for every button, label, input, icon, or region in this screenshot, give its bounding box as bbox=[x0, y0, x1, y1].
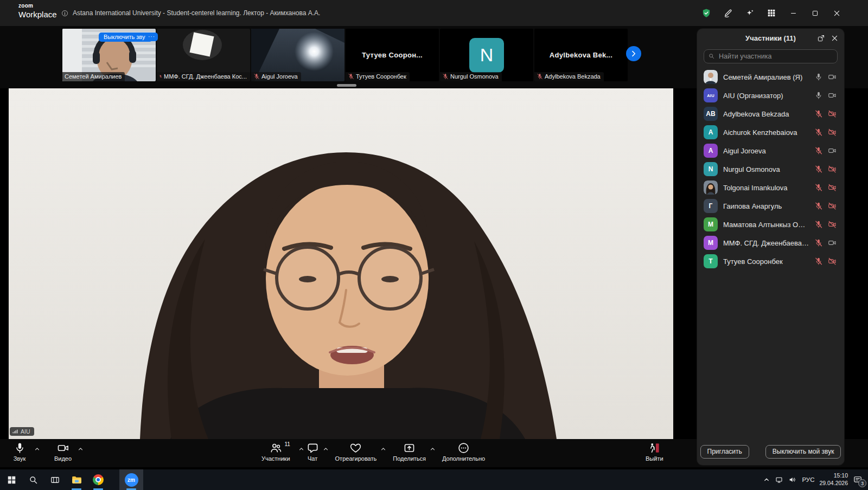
close-icon[interactable] bbox=[831, 34, 839, 42]
participant-row[interactable]: ГГаипова Анаргуль bbox=[697, 197, 844, 215]
annotate-pencil-icon[interactable] bbox=[717, 0, 739, 26]
participants-button[interactable]: 11 Участники bbox=[261, 442, 290, 462]
zoom-app-icon: zm bbox=[125, 473, 138, 487]
leave-button[interactable]: Выйти bbox=[646, 442, 663, 462]
language-indicator[interactable]: РУС bbox=[802, 476, 814, 483]
camera-on-icon bbox=[828, 238, 837, 247]
camera-off-icon bbox=[828, 220, 837, 229]
camera-on-icon bbox=[828, 91, 837, 100]
popout-icon[interactable] bbox=[817, 34, 825, 42]
tile-name-label: Aigul Joroeva bbox=[251, 72, 301, 81]
mic-muted-icon bbox=[348, 73, 354, 80]
chat-button[interactable]: Чат bbox=[307, 442, 319, 462]
tile-avatar: N bbox=[469, 38, 504, 73]
search-participant-input[interactable] bbox=[704, 49, 838, 63]
participant-row[interactable]: Tolgonai Imankulova bbox=[697, 178, 844, 197]
camera-icon bbox=[57, 442, 69, 454]
file-explorer-button[interactable] bbox=[69, 469, 84, 490]
audio-options-caret-icon[interactable] bbox=[34, 446, 40, 452]
signal-bars-icon bbox=[12, 428, 18, 435]
react-caret-icon[interactable] bbox=[380, 446, 386, 452]
speaker-video-frame bbox=[9, 88, 673, 439]
meeting-title: Astana International University - Studen… bbox=[73, 9, 320, 17]
participant-row[interactable]: AAichurok Kenzhebaiova bbox=[697, 123, 844, 141]
search-icon bbox=[708, 53, 715, 60]
chrome-button[interactable] bbox=[91, 469, 105, 490]
camera-off-icon bbox=[828, 165, 837, 173]
mic-muted-icon bbox=[537, 73, 543, 80]
tile-name-label: ММФ. СГД. Джеенбаева Кос... bbox=[157, 72, 250, 81]
participant-row[interactable]: AAigul Joroeva bbox=[697, 141, 844, 160]
mic-muted-icon bbox=[442, 73, 449, 80]
camera-off-icon bbox=[828, 183, 837, 192]
participant-row[interactable]: Семетей Амиралиев (Я) bbox=[697, 68, 844, 86]
speaker-icon[interactable] bbox=[788, 475, 797, 484]
chrome-icon bbox=[93, 474, 104, 485]
start-button[interactable] bbox=[4, 469, 18, 490]
mic-muted-icon bbox=[814, 109, 823, 118]
participant-row[interactable]: TТутуев Сооронбек bbox=[697, 252, 844, 270]
video-options-caret-icon[interactable] bbox=[78, 446, 84, 452]
mic-muted-icon bbox=[814, 128, 823, 137]
participant-row[interactable]: AIUAIU (Организатор) bbox=[697, 86, 844, 105]
audio-label: Звук bbox=[14, 455, 26, 462]
chat-caret-icon[interactable] bbox=[323, 446, 329, 452]
minimize-button[interactable] bbox=[782, 0, 804, 26]
filmstrip-drag-handle[interactable] bbox=[337, 84, 356, 87]
microphone-icon bbox=[14, 442, 26, 454]
participant-row[interactable]: MМаматова Алтынкыз ОшМУ bbox=[697, 215, 844, 234]
participant-name: Adylbekova Bekzada bbox=[723, 110, 809, 118]
active-speaker-video[interactable]: AIU bbox=[9, 88, 673, 439]
task-view-button[interactable] bbox=[48, 469, 62, 490]
invite-button[interactable]: Пригласить bbox=[700, 445, 749, 459]
participant-name: Тутуев Сооронбек bbox=[723, 257, 809, 266]
network-icon[interactable] bbox=[775, 475, 783, 484]
participant-avatar bbox=[704, 70, 718, 84]
participant-name: Семетей Амиралиев (Я) bbox=[723, 73, 809, 81]
taskbar-search-button[interactable] bbox=[26, 469, 40, 490]
participants-caret-icon[interactable] bbox=[298, 446, 304, 452]
chat-label: Чат bbox=[308, 455, 317, 462]
participants-panel-title: Участники (11) bbox=[745, 34, 796, 42]
filmstrip-tile[interactable]: ММФ. СГД. Джеенбаева Кос... bbox=[157, 29, 250, 81]
share-caret-icon[interactable] bbox=[430, 446, 436, 452]
participant-avatar bbox=[704, 180, 718, 195]
tile-name-label: Adylbekova Bekzada bbox=[534, 72, 604, 81]
notification-center-button[interactable]: 3 bbox=[853, 473, 865, 486]
mic-on-icon bbox=[814, 73, 823, 81]
info-icon[interactable] bbox=[61, 9, 69, 17]
filmstrip-tile[interactable]: Adylbekova Bek...Adylbekova Bekzada bbox=[534, 29, 628, 81]
hidden-icons-chevron-icon[interactable] bbox=[763, 476, 770, 483]
share-button[interactable]: Поделиться bbox=[393, 442, 426, 462]
next-page-button[interactable] bbox=[626, 46, 641, 61]
participant-row[interactable]: MММФ. СГД. Джеенбаева Космира Аж... bbox=[697, 234, 844, 252]
ai-companion-icon[interactable] bbox=[739, 0, 761, 26]
participant-name: Tolgonai Imankulova bbox=[723, 184, 809, 192]
participant-row[interactable]: ABAdylbekova Bekzada bbox=[697, 105, 844, 123]
tile-more-button[interactable]: ··· bbox=[145, 33, 158, 41]
participant-avatar: Г bbox=[704, 199, 718, 213]
windows-logo-icon bbox=[7, 475, 17, 485]
mic-muted-icon bbox=[814, 220, 823, 229]
mute-tooltip-button[interactable]: Выключить звук bbox=[99, 33, 152, 42]
react-button[interactable]: Отреагировать bbox=[335, 442, 377, 462]
participant-avatar: M bbox=[704, 217, 718, 231]
camera-off-icon bbox=[828, 128, 837, 137]
filmstrip-tile[interactable]: Aigul Joroeva bbox=[251, 29, 344, 81]
participant-row[interactable]: NNurgul Osmonova bbox=[697, 160, 844, 178]
security-shield-icon[interactable] bbox=[695, 0, 717, 26]
audio-button[interactable]: Звук bbox=[10, 442, 29, 462]
filmstrip-tile[interactable]: Тутуев Соорон...Тутуев Сооронбек bbox=[346, 29, 439, 81]
filmstrip-tile[interactable]: NNurgul Osmonova bbox=[440, 29, 533, 81]
video-button[interactable]: Видео bbox=[53, 442, 73, 462]
maximize-button[interactable] bbox=[804, 0, 826, 26]
more-button[interactable]: Дополнительно bbox=[442, 442, 485, 462]
share-screen-icon bbox=[403, 442, 416, 454]
mute-my-audio-button[interactable]: Выключить мой звук bbox=[765, 445, 841, 459]
close-button[interactable] bbox=[826, 0, 847, 26]
more-ellipsis-icon bbox=[457, 442, 470, 454]
zoom-app-button[interactable]: zm bbox=[119, 469, 143, 490]
taskbar-clock[interactable]: 15:10 29.04.2026 bbox=[819, 472, 848, 487]
participants-label: Участники bbox=[261, 455, 290, 462]
apps-grid-icon[interactable] bbox=[761, 0, 782, 26]
